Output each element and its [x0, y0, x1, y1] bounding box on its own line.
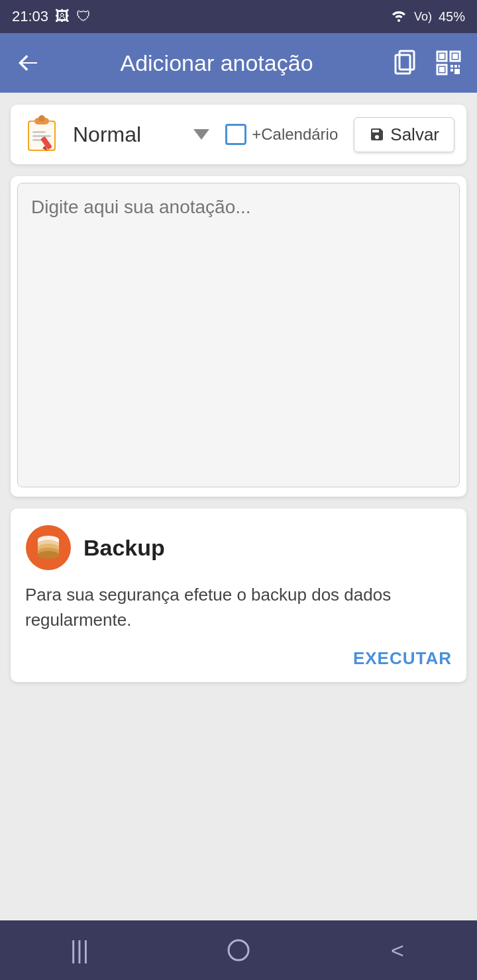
svg-rect-12: [450, 69, 453, 72]
calendar-button[interactable]: +Calendário: [225, 124, 338, 145]
svg-point-32: [38, 551, 59, 559]
backup-description: Para sua segurança efetue o backup dos d…: [25, 583, 452, 632]
status-left: 21:03 🖼 🛡: [12, 8, 91, 25]
svg-rect-11: [458, 65, 460, 68]
svg-rect-9: [450, 65, 453, 68]
svg-point-0: [398, 19, 400, 22]
page-title: Adicionar anotação: [57, 50, 376, 76]
app-bar: Adicionar anotação: [0, 33, 477, 93]
note-textarea-card: [11, 176, 466, 497]
save-button[interactable]: Salvar: [354, 117, 454, 152]
nav-back-icon: <: [391, 938, 404, 963]
dropdown-arrow-icon: [193, 129, 209, 140]
calendar-checkbox: [225, 124, 246, 145]
copy-button[interactable]: [390, 48, 420, 78]
backup-card: Backup Para sua segurança efetue o backu…: [11, 509, 466, 682]
svg-rect-10: [454, 65, 457, 68]
nav-menu-icon: |||: [70, 936, 89, 964]
battery-text: 45%: [439, 9, 465, 24]
calendar-label: +Calendário: [252, 125, 338, 144]
nav-home-button[interactable]: [212, 930, 265, 970]
bottom-nav: ||| <: [0, 920, 477, 980]
svg-rect-6: [452, 54, 458, 59]
nav-back-button[interactable]: <: [371, 930, 424, 970]
backup-action-area: EXECUTAR: [25, 648, 452, 669]
svg-rect-17: [38, 115, 45, 122]
executar-button[interactable]: EXECUTAR: [353, 648, 452, 669]
backup-header: Backup: [25, 524, 452, 571]
note-type-label: Normal: [73, 122, 184, 147]
svg-rect-19: [32, 135, 51, 137]
note-type-card: Normal +Calendário Salvar: [11, 105, 466, 164]
svg-rect-33: [229, 940, 248, 960]
status-shield-icon: 🛡: [76, 8, 91, 25]
status-time: 21:03: [12, 8, 48, 25]
nav-menu-button[interactable]: |||: [53, 930, 106, 970]
note-input[interactable]: [17, 183, 460, 487]
status-bar: 21:03 🖼 🛡 Vo) 45%: [0, 0, 477, 33]
svg-rect-1: [396, 55, 410, 74]
content-area: Normal +Calendário Salvar: [0, 93, 477, 920]
svg-rect-2: [399, 51, 414, 70]
svg-rect-13: [454, 69, 460, 74]
save-label: Salvar: [390, 124, 439, 145]
back-button[interactable]: [13, 48, 44, 78]
note-type-icon: [23, 114, 64, 155]
backup-title: Backup: [83, 535, 165, 561]
backup-icon: [25, 524, 72, 571]
svg-rect-4: [439, 54, 445, 59]
svg-rect-18: [32, 131, 46, 133]
qr-button[interactable]: [433, 48, 464, 78]
svg-rect-8: [439, 67, 445, 72]
signal-icon: Vo): [414, 10, 432, 24]
status-right: Vo) 45%: [390, 8, 465, 26]
status-photo-icon: 🖼: [55, 8, 70, 25]
wifi-icon: [390, 8, 407, 26]
